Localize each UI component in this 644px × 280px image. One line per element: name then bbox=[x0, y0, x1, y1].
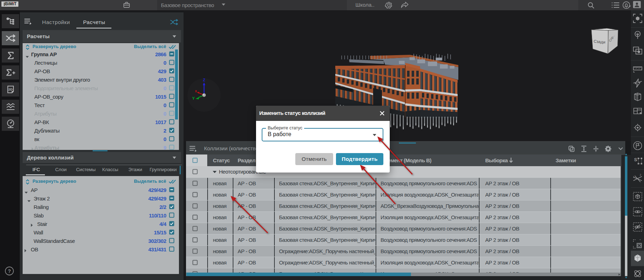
svg-text:1: 1 bbox=[633, 176, 634, 178]
svg-text:2D: 2D bbox=[8, 87, 12, 91]
svg-text:2: 2 bbox=[640, 174, 641, 176]
svg-text:?: ? bbox=[8, 268, 11, 274]
svg-text:S: S bbox=[634, 157, 637, 162]
